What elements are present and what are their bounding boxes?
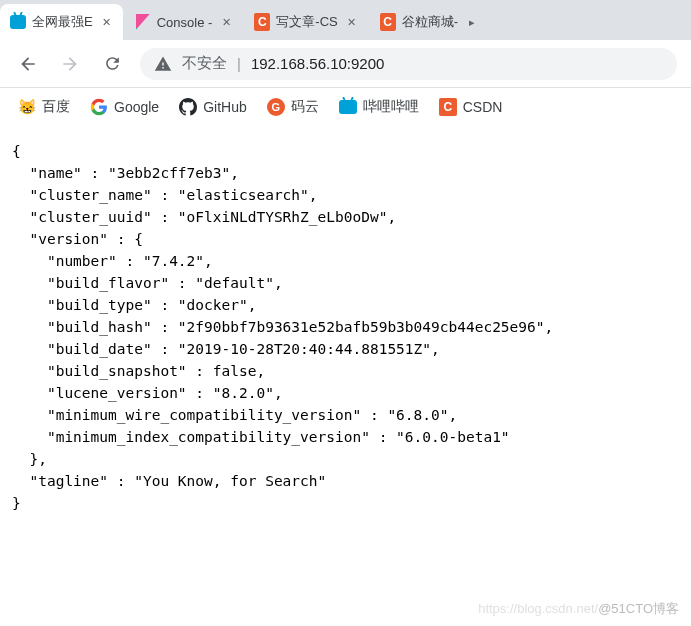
toolbar: 不安全 | 192.168.56.10:9200 [0,40,691,88]
bookmark-google[interactable]: Google [90,98,159,116]
bookmark-baidu[interactable]: 😸 百度 [18,98,70,116]
tab-bar: 全网最强E ✕ Console - ✕ C 写文章-CS ✕ C 谷粒商城- ▸ [0,0,691,40]
tab-title: 写文章-CS [276,13,337,31]
github-icon [179,98,197,116]
bilibili-icon [339,98,357,116]
tab-3[interactable]: C 写文章-CS ✕ [244,4,367,40]
back-button[interactable] [14,50,42,78]
close-icon[interactable]: ▸ [464,14,480,30]
baidu-icon: 😸 [18,98,36,116]
bookmark-label: Google [114,99,159,115]
kibana-icon [135,14,151,30]
bookmark-csdn[interactable]: C CSDN [439,98,503,116]
json-response: { "name" : "3ebb2cff7eb3", "cluster_name… [0,126,691,528]
google-icon [90,98,108,116]
tab-4[interactable]: C 谷粒商城- ▸ [370,4,488,40]
bookmark-github[interactable]: GitHub [179,98,247,116]
close-icon[interactable]: ✕ [344,14,360,30]
bookmark-bilibili[interactable]: 哔哩哔哩 [339,98,419,116]
csdn-icon: C [439,98,457,116]
bookmark-label: 哔哩哔哩 [363,98,419,116]
close-icon[interactable]: ✕ [99,14,115,30]
gitee-icon: G [267,98,285,116]
bookmarks-bar: 😸 百度 Google GitHub G 码云 哔哩哔哩 C CSDN [0,88,691,126]
security-label: 不安全 [182,54,227,73]
close-icon[interactable]: ✕ [218,14,234,30]
bookmark-label: 码云 [291,98,319,116]
warning-icon [154,55,172,73]
forward-button[interactable] [56,50,84,78]
bookmark-label: 百度 [42,98,70,116]
watermark: https://blog.csdn.net/@51CTO博客 [478,600,679,618]
bilibili-icon [10,14,26,30]
csdn-icon: C [380,14,396,30]
reload-button[interactable] [98,50,126,78]
tab-1[interactable]: 全网最强E ✕ [0,4,123,40]
bookmark-label: GitHub [203,99,247,115]
tab-title: 全网最强E [32,13,93,31]
bookmark-gitee[interactable]: G 码云 [267,98,319,116]
bookmark-label: CSDN [463,99,503,115]
url-text: 192.168.56.10:9200 [251,55,384,72]
tab-2[interactable]: Console - ✕ [125,4,243,40]
address-bar[interactable]: 不安全 | 192.168.56.10:9200 [140,48,677,80]
tab-title: Console - [157,15,213,30]
tab-title: 谷粒商城- [402,13,458,31]
separator: | [237,55,241,72]
csdn-icon: C [254,14,270,30]
